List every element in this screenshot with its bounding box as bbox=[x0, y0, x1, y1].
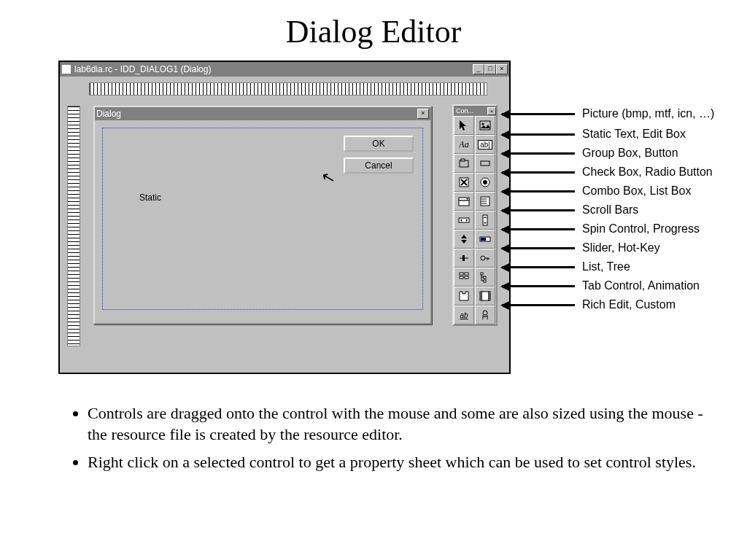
palette-title: Con... bbox=[456, 107, 473, 114]
dialog-close-button[interactable]: × bbox=[417, 109, 429, 119]
custom-icon[interactable] bbox=[475, 306, 495, 324]
svg-rect-3 bbox=[461, 159, 465, 161]
cursor-icon: ↖ bbox=[320, 167, 337, 189]
spin-icon[interactable] bbox=[454, 230, 474, 249]
ok-button[interactable]: OK bbox=[344, 136, 414, 152]
hscroll-icon[interactable] bbox=[454, 211, 474, 230]
dialog-preview[interactable]: Dialog × OK Cancel Static ↖ bbox=[93, 106, 432, 324]
annotation: Group Box, Button bbox=[502, 147, 678, 160]
tab-ctrl-icon[interactable] bbox=[454, 287, 474, 306]
annotation: Combo Box, List Box bbox=[502, 184, 691, 198]
static-text-control[interactable]: Static bbox=[139, 192, 161, 203]
horizontal-ruler bbox=[89, 82, 487, 96]
annotation-label: Static Text, Edit Box bbox=[582, 128, 686, 141]
dialog-title: Dialog bbox=[96, 109, 121, 119]
annotation-label: Tab Control, Animation bbox=[582, 279, 700, 292]
svg-rect-23 bbox=[460, 276, 463, 279]
list-ctrl-icon[interactable] bbox=[454, 268, 474, 287]
svg-point-1 bbox=[482, 123, 484, 125]
radio-button-icon[interactable] bbox=[475, 173, 495, 192]
arrow-icon bbox=[502, 191, 575, 192]
svg-rect-22 bbox=[465, 273, 468, 275]
svg-rect-17 bbox=[481, 238, 486, 241]
annotation-label: Slider, Hot-Key bbox=[582, 241, 660, 254]
arrow-icon bbox=[502, 286, 575, 287]
slider-icon[interactable] bbox=[454, 249, 474, 268]
editor-title: lab6dia.rc - IDD_DIALOG1 (Dialog) bbox=[74, 64, 473, 74]
arrow-icon bbox=[502, 305, 575, 306]
annotation-label: Spin Control, Progress bbox=[582, 222, 700, 236]
editor-titlebar[interactable]: lab6dia.rc - IDD_DIALOG1 (Dialog) _ □ × bbox=[60, 62, 509, 77]
annotation: List, Tree bbox=[502, 260, 630, 273]
svg-rect-28 bbox=[481, 292, 489, 300]
annotation: Tab Control, Animation bbox=[502, 279, 700, 292]
annotation-label: Check Box, Radio Button bbox=[582, 166, 713, 179]
palette-grid: Aa ab| ab bbox=[454, 116, 496, 324]
picture-icon[interactable] bbox=[475, 116, 495, 135]
dialog-titlebar[interactable]: Dialog × bbox=[95, 107, 430, 120]
bullet-item: Right click on a selected control to get… bbox=[88, 452, 703, 473]
arrow-icon bbox=[502, 210, 575, 211]
animation-icon[interactable] bbox=[475, 287, 495, 306]
close-button[interactable]: × bbox=[496, 64, 508, 74]
cancel-button[interactable]: Cancel bbox=[344, 158, 414, 174]
annotation: Slider, Hot-Key bbox=[502, 241, 660, 254]
slide-bullets: Controls are dragged onto the control wi… bbox=[58, 403, 703, 473]
static-text-icon[interactable]: Aa bbox=[454, 135, 474, 154]
annotation-label: Picture (bmp, mtf, icn, …) bbox=[582, 107, 714, 120]
minimize-button[interactable]: _ bbox=[473, 64, 484, 74]
group-box-icon[interactable] bbox=[454, 154, 474, 173]
slide-title: Dialog Editor bbox=[0, 13, 747, 50]
combo-box-icon[interactable] bbox=[454, 192, 474, 211]
svg-rect-24 bbox=[465, 276, 468, 279]
check-box-icon[interactable] bbox=[454, 173, 474, 192]
palette-titlebar[interactable]: Con... × bbox=[454, 106, 496, 116]
svg-rect-0 bbox=[480, 121, 490, 130]
progress-icon[interactable] bbox=[475, 230, 495, 249]
pointer-icon[interactable] bbox=[454, 116, 474, 135]
richedit-icon[interactable]: ab bbox=[454, 306, 474, 324]
svg-rect-4 bbox=[481, 161, 489, 166]
vertical-ruler bbox=[67, 106, 80, 346]
arrow-icon bbox=[502, 153, 575, 154]
arrow-icon bbox=[502, 267, 575, 268]
annotation-label: Scroll Bars bbox=[582, 203, 638, 217]
palette-close-button[interactable]: × bbox=[487, 107, 496, 115]
annotation: Picture (bmp, mtf, icn, …) bbox=[502, 107, 714, 120]
edit-box-icon[interactable]: ab| bbox=[475, 135, 495, 154]
arrow-icon bbox=[502, 134, 575, 135]
controls-palette[interactable]: Con... × Aa ab| ab bbox=[452, 104, 498, 326]
hotkey-icon[interactable] bbox=[475, 249, 495, 268]
annotation-label: Combo Box, List Box bbox=[582, 184, 691, 198]
annotation: Static Text, Edit Box bbox=[502, 128, 686, 141]
vscroll-icon[interactable] bbox=[475, 211, 495, 230]
arrow-icon bbox=[502, 229, 575, 230]
annotation: Spin Control, Progress bbox=[502, 222, 700, 236]
dialog-body[interactable]: OK Cancel Static ↖ bbox=[102, 128, 423, 310]
svg-rect-25 bbox=[481, 273, 483, 275]
svg-point-37 bbox=[483, 311, 487, 315]
bullet-item: Controls are dragged onto the control wi… bbox=[88, 403, 703, 445]
editor-window: lab6dia.rc - IDD_DIALOG1 (Dialog) _ □ × … bbox=[58, 61, 511, 374]
svg-rect-19 bbox=[462, 255, 465, 261]
list-box-icon[interactable] bbox=[475, 192, 495, 211]
svg-point-20 bbox=[481, 256, 485, 260]
annotation: Rich Edit, Custom bbox=[502, 298, 676, 311]
svg-rect-21 bbox=[460, 273, 463, 275]
svg-rect-9 bbox=[459, 201, 469, 206]
annotation-label: Group Box, Button bbox=[582, 147, 678, 160]
tree-ctrl-icon[interactable] bbox=[475, 268, 495, 287]
annotation: Check Box, Radio Button bbox=[502, 166, 713, 179]
maximize-button[interactable]: □ bbox=[484, 64, 496, 74]
svg-rect-27 bbox=[484, 280, 486, 282]
app-icon bbox=[61, 64, 71, 74]
button-icon[interactable] bbox=[475, 154, 495, 173]
arrow-icon bbox=[502, 248, 575, 249]
annotation: Scroll Bars bbox=[502, 203, 638, 217]
arrow-icon bbox=[502, 114, 575, 114]
annotation-label: Rich Edit, Custom bbox=[582, 298, 676, 311]
arrow-icon bbox=[502, 172, 575, 173]
svg-rect-26 bbox=[484, 276, 486, 279]
annotation-label: List, Tree bbox=[582, 260, 630, 273]
screenshot-stage: lab6dia.rc - IDD_DIALOG1 (Dialog) _ □ × … bbox=[58, 61, 693, 381]
